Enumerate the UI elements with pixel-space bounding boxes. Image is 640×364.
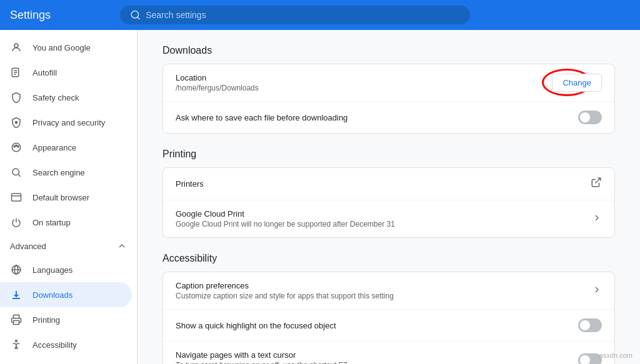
caption-label: Caption preferences: [176, 281, 592, 290]
app-header: Settings: [0, 0, 640, 30]
caption-sublabel: Customize caption size and style for app…: [176, 292, 592, 300]
caret-row: Navigate pages with a text cursor To tur…: [163, 342, 614, 364]
svg-point-7: [16, 122, 18, 124]
sidebar-item-on-startup[interactable]: On startup: [0, 210, 132, 235]
download-icon: [10, 288, 22, 301]
printers-label: Printers: [176, 179, 591, 189]
main-content: Downloads Location /home/fergus/Download…: [138, 30, 640, 364]
watermark: wsxdn.com: [598, 352, 632, 359]
printing-section-title: Printing: [162, 149, 615, 160]
svg-line-20: [596, 178, 601, 183]
power-icon: [10, 216, 22, 229]
chevron-right-icon: [592, 213, 602, 225]
sidebar-item-accessibility[interactable]: Accessibility: [0, 332, 132, 357]
svg-line-1: [138, 17, 139, 19]
sidebar-item-languages[interactable]: Languages: [0, 257, 132, 282]
ask-save-label: Ask where to save each file before downl…: [176, 113, 578, 122]
cloud-print-row[interactable]: Google Cloud Print Google Cloud Print wi…: [163, 200, 614, 237]
print-icon: [10, 313, 22, 326]
svg-point-11: [18, 145, 19, 147]
svg-point-9: [14, 145, 15, 147]
app-title: Settings: [10, 9, 110, 22]
svg-point-19: [16, 340, 18, 342]
edit-icon: [10, 66, 22, 79]
chevron-up-icon: [117, 241, 127, 251]
sidebar-item-autofill[interactable]: Autofill: [0, 60, 132, 85]
svg-line-13: [18, 174, 20, 176]
caret-label: Navigate pages with a text cursor: [176, 350, 578, 360]
shield-icon: [10, 91, 22, 104]
sidebar-item-privacy-security[interactable]: Privacy and security: [0, 110, 132, 135]
caret-sublabel: To turn caret browsing on or off, use th…: [176, 361, 578, 364]
sidebar-item-printing[interactable]: Printing: [0, 307, 132, 332]
downloads-section-title: Downloads: [162, 45, 615, 56]
accessibility-section-title: Accessibility: [162, 253, 615, 264]
cloud-print-label: Google Cloud Print: [176, 209, 592, 219]
highlight-toggle[interactable]: [578, 318, 602, 332]
advanced-section-header[interactable]: Advanced: [0, 235, 137, 257]
location-path: /home/fergus/Downloads: [176, 84, 552, 92]
caption-chevron-icon: [592, 285, 602, 297]
svg-point-2: [14, 44, 18, 47]
shield-lock-icon: [10, 116, 22, 129]
change-button-wrapper: Change: [552, 74, 602, 92]
palette-icon: [10, 141, 22, 154]
sidebar-item-appearance[interactable]: Appearance: [0, 135, 132, 160]
sidebar-item-downloads[interactable]: Downloads: [0, 282, 132, 307]
downloads-location-row: Location /home/fergus/Downloads Change: [163, 64, 614, 102]
search-input[interactable]: [146, 10, 460, 20]
browser-icon: [10, 191, 22, 204]
location-label: Location: [176, 73, 552, 82]
printers-row[interactable]: Printers: [163, 168, 614, 200]
ask-save-toggle[interactable]: [578, 111, 602, 124]
cloud-print-sublabel: Google Cloud Print will no longer be sup…: [176, 220, 592, 229]
sidebar-item-safety-check[interactable]: Safety check: [0, 85, 132, 110]
svg-rect-18: [14, 321, 19, 325]
caption-preferences-row[interactable]: Caption preferences Customize caption si…: [163, 272, 614, 310]
external-link-icon: [591, 177, 602, 191]
magnify-icon: [10, 166, 22, 179]
change-button[interactable]: Change: [552, 74, 602, 92]
printing-card: Printers Google Cloud Print Google Cloud…: [162, 167, 615, 238]
svg-point-10: [16, 145, 17, 146]
highlight-row: Show a quick highlight on the focused ob…: [163, 310, 614, 342]
main-layout: You and Google Autofill Safety check Pri…: [0, 30, 640, 364]
search-icon: [130, 9, 141, 21]
sidebar-item-default-browser[interactable]: Default browser: [0, 185, 132, 210]
highlight-label: Show a quick highlight on the focused ob…: [176, 321, 578, 330]
svg-rect-14: [12, 194, 21, 201]
accessibility-card: Caption preferences Customize caption si…: [162, 272, 615, 364]
sidebar: You and Google Autofill Safety check Pri…: [0, 30, 138, 364]
ask-save-row: Ask where to save each file before downl…: [163, 102, 614, 133]
search-bar[interactable]: [120, 6, 470, 24]
sidebar-item-you-and-google[interactable]: You and Google: [0, 35, 132, 60]
person-icon: [10, 41, 22, 54]
sidebar-item-search-engine[interactable]: Search engine: [0, 160, 132, 185]
accessibility-icon: [10, 338, 22, 351]
downloads-card: Location /home/fergus/Downloads Change A…: [162, 64, 615, 134]
sidebar-item-system[interactable]: System: [0, 357, 132, 364]
globe-icon: [10, 263, 22, 276]
svg-point-12: [12, 169, 19, 175]
